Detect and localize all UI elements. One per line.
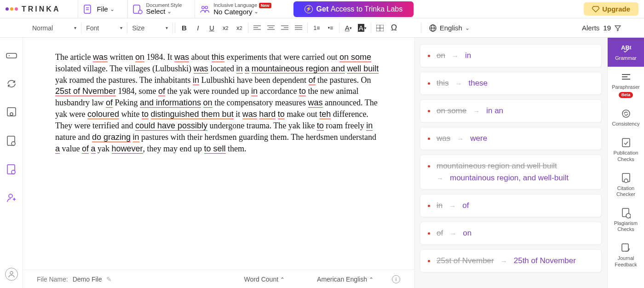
suggestion-to: in an [486,106,503,115]
alerts-label: Alerts [582,24,599,32]
text-color-button[interactable]: A▾ [341,21,355,35]
topbar: TRINKA File⌄ Document Style Select⌄ Incl… [0,0,644,18]
file-menu[interactable]: File⌄ [78,0,119,18]
language-selector[interactable]: English ⌄ [429,24,470,32]
citation-checker-icon [621,173,632,184]
suggestion-card[interactable]: of→on [420,222,602,245]
arrow-right-icon: → [452,52,459,60]
trinka-labs-button[interactable]: ⚡ Get Access to Trinka Labs [293,1,414,17]
suggestion-card[interactable]: in→of [420,194,602,217]
filename-label: File Name: [37,276,68,283]
rightrail-label: Consistency [612,121,640,127]
arrow-right-icon: → [449,202,456,210]
alert-dot-icon [428,205,430,207]
rightrail-publication-checks[interactable]: Publication Checks [608,132,644,167]
highlight-button[interactable]: A▾ [355,21,369,35]
align-left-button[interactable] [250,21,264,35]
rightrail-plagiarism-checks[interactable]: Plagiarism Checks [608,203,644,238]
bold-button[interactable]: B [177,21,191,35]
svg-text:ABC: ABC [621,44,631,51]
diamond-icon [592,6,599,12]
cert-icon[interactable] [5,106,18,119]
svg-point-39 [622,110,630,117]
chevron-up-icon: ⌄ [280,276,285,282]
style-dropdown[interactable]: Normal▾ [28,23,81,34]
rightrail-grammar[interactable]: ABCGrammar [608,38,644,67]
ordered-list-button[interactable]: 1≡ [310,21,323,35]
rightrail-citation-checker[interactable]: Citation Checker [608,168,644,203]
suggestion-card[interactable]: on→in [420,44,602,67]
table-button[interactable] [373,21,387,35]
omega-button[interactable]: Ω [387,21,401,35]
underline-button[interactable]: U [205,21,218,35]
rightrail-journal-feedback[interactable]: Journal Feedback [608,238,644,273]
doc-language[interactable]: American English⌄ [317,276,374,283]
info-icon[interactable]: i [392,275,400,283]
drive-icon[interactable] [5,49,18,62]
bolt-icon: ⚡ [305,5,313,13]
chevron-down-icon: ⌄ [167,9,172,15]
doc-search-icon[interactable] [5,134,18,147]
italic-button[interactable]: I [191,21,205,35]
docstyle-main: Select [146,8,166,16]
svg-rect-40 [622,138,630,147]
editor-column: The article was written on 1984. It was … [23,38,414,288]
alerts-display[interactable]: Alerts 19 [582,24,621,32]
rightrail-label: Publication Checks [609,150,643,162]
format-toolbar: Normal▾ Font▾ Size▾ B I U x2 x2 1≡ •≡ A▾… [0,18,644,38]
inclusive-language-menu[interactable]: Inclusive LanguageNew No Category⌄ [195,0,276,18]
invite-icon[interactable] [5,191,18,204]
logo-dots-icon [6,7,18,11]
subscript-button[interactable]: x2 [218,21,232,35]
rightrail-paraphraser[interactable]: ParaphraserBeta [608,67,644,104]
style-value: Normal [32,24,53,32]
svg-rect-0 [84,5,91,13]
suggestion-to: 25th of November [514,256,576,265]
superscript-button[interactable]: x2 [232,21,246,35]
rightrail-label: Plagiarism Checks [609,220,643,232]
wc-label: Word Count [244,276,278,283]
suggestion-card[interactable]: this→these [420,72,602,95]
globe-icon [429,24,437,32]
paraphraser-icon [621,71,632,82]
suggestion-to: in [465,51,471,60]
rightrail-label: Paraphraser [612,84,640,90]
chevron-down-icon: ⌄ [254,9,259,15]
alert-dot-icon [428,82,430,85]
suggestion-from: this [437,79,448,88]
doc-hl-icon[interactable] [5,163,18,176]
arrow-right-icon: → [455,80,462,87]
grammar-icon: ABC [621,42,632,53]
people-icon [200,4,210,14]
suggestion-card[interactable]: on some→in an [420,99,602,122]
edit-icon[interactable]: ✎ [106,276,112,283]
beta-badge: Beta [619,92,633,98]
size-dropdown[interactable]: Size▾ [127,23,173,34]
unordered-list-button[interactable]: •≡ [323,21,337,35]
arrow-right-icon: → [449,230,456,237]
arrow-right-icon: → [473,107,480,115]
align-right-button[interactable] [278,21,292,35]
word-count[interactable]: Word Count⌄ [244,276,285,283]
file-icon [83,4,93,14]
suggestion-card[interactable]: was→were [420,127,602,150]
align-justify-button[interactable] [292,21,305,35]
chevron-down-icon: ⌄ [110,6,115,12]
document-style-menu[interactable]: Document Style Select⌄ [127,0,187,18]
editor-area[interactable]: The article was written on 1984. It was … [23,38,414,270]
alert-dot-icon [428,165,430,167]
svg-point-34 [10,271,13,274]
sync-icon[interactable] [5,77,18,90]
labs-rest: Access to Trinka Labs [331,5,403,13]
suggestion-from: mountaineous region and well built [437,161,557,171]
suggestion-card[interactable]: 25st of Nvember→25th of November [420,249,602,272]
upgrade-button[interactable]: Upgrade [584,2,638,16]
rightrail-consistency[interactable]: Consistency [608,104,644,132]
user-avatar-icon[interactable] [5,268,18,281]
align-center-button[interactable] [264,21,278,35]
suggestion-from: in [437,201,443,210]
rightrail-label: Citation Checker [609,185,643,197]
caret-down-icon: ▾ [120,25,122,30]
font-dropdown[interactable]: Font▾ [81,23,127,34]
suggestion-card[interactable]: mountaineous region and well built→mount… [420,155,602,190]
